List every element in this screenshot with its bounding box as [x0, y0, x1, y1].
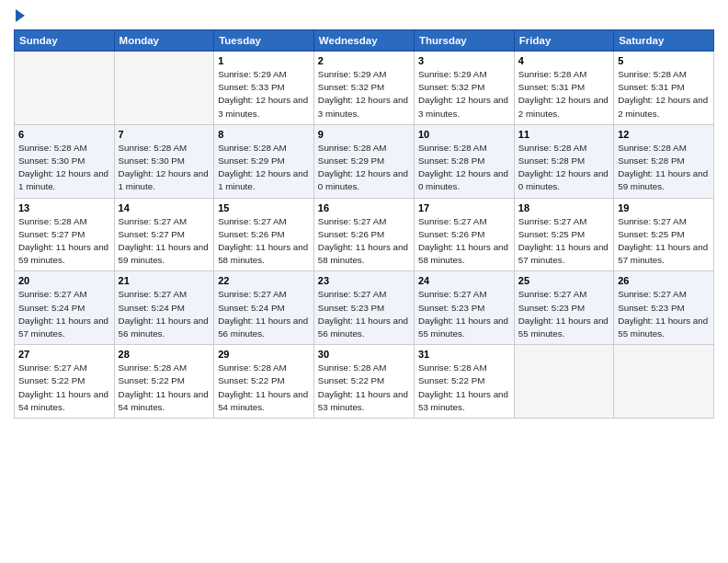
calendar-day-cell: 31Sunrise: 5:28 AMSunset: 5:22 PMDayligh… — [414, 345, 514, 419]
day-number: 20 — [18, 275, 110, 286]
calendar-header-tuesday: Tuesday — [214, 30, 314, 52]
calendar-day-cell: 8Sunrise: 5:28 AMSunset: 5:29 PMDaylight… — [214, 124, 314, 198]
day-info: Sunrise: 5:27 AMSunset: 5:25 PMDaylight:… — [518, 215, 609, 268]
calendar-day-cell: 10Sunrise: 5:28 AMSunset: 5:28 PMDayligh… — [414, 124, 514, 198]
day-info: Sunrise: 5:28 AMSunset: 5:22 PMDaylight:… — [218, 362, 310, 414]
calendar-week-row: 27Sunrise: 5:27 AMSunset: 5:22 PMDayligh… — [15, 345, 714, 419]
calendar-day-cell: 22Sunrise: 5:27 AMSunset: 5:24 PMDayligh… — [214, 271, 314, 345]
calendar-header-saturday: Saturday — [614, 30, 714, 52]
calendar-day-cell: 20Sunrise: 5:27 AMSunset: 5:24 PMDayligh… — [15, 271, 115, 345]
calendar-week-row: 20Sunrise: 5:27 AMSunset: 5:24 PMDayligh… — [15, 271, 714, 345]
day-info: Sunrise: 5:27 AMSunset: 5:23 PMDaylight:… — [618, 288, 710, 340]
day-info: Sunrise: 5:28 AMSunset: 5:28 PMDaylight:… — [518, 142, 609, 194]
day-number: 5 — [618, 55, 710, 66]
calendar-header-row: SundayMondayTuesdayWednesdayThursdayFrid… — [15, 30, 714, 52]
day-number: 21 — [119, 275, 210, 286]
calendar-day-cell: 25Sunrise: 5:27 AMSunset: 5:23 PMDayligh… — [514, 271, 613, 345]
calendar-day-cell: 15Sunrise: 5:27 AMSunset: 5:26 PMDayligh… — [214, 198, 314, 271]
day-info: Sunrise: 5:27 AMSunset: 5:26 PMDaylight:… — [418, 215, 510, 268]
day-number: 29 — [218, 349, 310, 360]
day-number: 26 — [618, 275, 710, 286]
day-number: 8 — [218, 129, 310, 140]
calendar-header-thursday: Thursday — [414, 30, 514, 52]
day-info: Sunrise: 5:27 AMSunset: 5:23 PMDaylight:… — [318, 288, 410, 340]
day-number: 25 — [518, 275, 609, 286]
calendar-day-cell: 26Sunrise: 5:27 AMSunset: 5:23 PMDayligh… — [614, 271, 714, 345]
calendar-day-cell — [15, 52, 115, 125]
day-number: 19 — [618, 202, 710, 213]
day-number: 11 — [518, 129, 609, 140]
calendar-day-cell: 13Sunrise: 5:28 AMSunset: 5:27 PMDayligh… — [15, 198, 115, 271]
calendar-day-cell: 12Sunrise: 5:28 AMSunset: 5:28 PMDayligh… — [614, 124, 714, 198]
calendar-day-cell: 4Sunrise: 5:28 AMSunset: 5:31 PMDaylight… — [514, 52, 613, 125]
day-info: Sunrise: 5:27 AMSunset: 5:23 PMDaylight:… — [518, 288, 609, 340]
day-info: Sunrise: 5:27 AMSunset: 5:23 PMDaylight:… — [418, 288, 510, 340]
calendar-day-cell: 9Sunrise: 5:28 AMSunset: 5:29 PMDaylight… — [313, 124, 414, 198]
day-info: Sunrise: 5:28 AMSunset: 5:22 PMDaylight:… — [318, 362, 410, 414]
day-number: 1 — [218, 55, 310, 66]
calendar-day-cell: 21Sunrise: 5:27 AMSunset: 5:24 PMDayligh… — [114, 271, 214, 345]
day-number: 6 — [18, 129, 110, 140]
day-number: 7 — [119, 129, 210, 140]
calendar-day-cell: 1Sunrise: 5:29 AMSunset: 5:33 PMDaylight… — [214, 52, 314, 125]
calendar-day-cell: 11Sunrise: 5:28 AMSunset: 5:28 PMDayligh… — [514, 124, 613, 198]
day-number: 3 — [418, 55, 510, 66]
calendar-day-cell: 17Sunrise: 5:27 AMSunset: 5:26 PMDayligh… — [414, 198, 514, 271]
calendar-day-cell: 29Sunrise: 5:28 AMSunset: 5:22 PMDayligh… — [214, 345, 314, 419]
day-info: Sunrise: 5:29 AMSunset: 5:32 PMDaylight:… — [318, 68, 410, 121]
day-number: 18 — [518, 202, 609, 213]
day-info: Sunrise: 5:27 AMSunset: 5:26 PMDaylight:… — [318, 215, 410, 268]
day-number: 13 — [18, 202, 110, 213]
day-number: 16 — [318, 202, 410, 213]
day-info: Sunrise: 5:28 AMSunset: 5:30 PMDaylight:… — [119, 142, 210, 194]
day-info: Sunrise: 5:27 AMSunset: 5:27 PMDaylight:… — [119, 215, 210, 268]
day-number: 17 — [418, 202, 510, 213]
calendar-day-cell — [114, 52, 214, 125]
calendar-header-sunday: Sunday — [15, 30, 115, 52]
day-info: Sunrise: 5:27 AMSunset: 5:24 PMDaylight:… — [218, 288, 310, 340]
day-info: Sunrise: 5:28 AMSunset: 5:28 PMDaylight:… — [618, 142, 710, 194]
calendar-day-cell: 16Sunrise: 5:27 AMSunset: 5:26 PMDayligh… — [313, 198, 414, 271]
day-info: Sunrise: 5:28 AMSunset: 5:31 PMDaylight:… — [618, 68, 710, 121]
calendar-day-cell: 2Sunrise: 5:29 AMSunset: 5:32 PMDaylight… — [313, 52, 414, 125]
day-number: 2 — [318, 55, 410, 66]
day-info: Sunrise: 5:28 AMSunset: 5:31 PMDaylight:… — [518, 68, 609, 121]
calendar-week-row: 6Sunrise: 5:28 AMSunset: 5:30 PMDaylight… — [15, 124, 714, 198]
calendar-day-cell: 27Sunrise: 5:27 AMSunset: 5:22 PMDayligh… — [15, 345, 115, 419]
logo — [14, 9, 25, 22]
calendar-day-cell: 28Sunrise: 5:28 AMSunset: 5:22 PMDayligh… — [114, 345, 214, 419]
day-info: Sunrise: 5:27 AMSunset: 5:24 PMDaylight:… — [18, 288, 110, 340]
day-number: 10 — [418, 129, 510, 140]
calendar-day-cell: 7Sunrise: 5:28 AMSunset: 5:30 PMDaylight… — [114, 124, 214, 198]
day-info: Sunrise: 5:28 AMSunset: 5:28 PMDaylight:… — [418, 142, 510, 194]
day-number: 23 — [318, 275, 410, 286]
day-number: 28 — [119, 349, 210, 360]
day-info: Sunrise: 5:29 AMSunset: 5:32 PMDaylight:… — [418, 68, 510, 121]
calendar-day-cell: 30Sunrise: 5:28 AMSunset: 5:22 PMDayligh… — [313, 345, 414, 419]
calendar-day-cell — [514, 345, 613, 419]
day-info: Sunrise: 5:28 AMSunset: 5:27 PMDaylight:… — [18, 215, 110, 268]
calendar-header-monday: Monday — [114, 30, 214, 52]
day-number: 31 — [418, 349, 510, 360]
calendar-day-cell: 23Sunrise: 5:27 AMSunset: 5:23 PMDayligh… — [313, 271, 414, 345]
day-number: 4 — [518, 55, 609, 66]
calendar-header-wednesday: Wednesday — [313, 30, 414, 52]
calendar-day-cell: 6Sunrise: 5:28 AMSunset: 5:30 PMDaylight… — [15, 124, 115, 198]
day-number: 24 — [418, 275, 510, 286]
calendar-day-cell: 14Sunrise: 5:27 AMSunset: 5:27 PMDayligh… — [114, 198, 214, 271]
calendar-day-cell: 5Sunrise: 5:28 AMSunset: 5:31 PMDaylight… — [614, 52, 714, 125]
calendar-week-row: 13Sunrise: 5:28 AMSunset: 5:27 PMDayligh… — [15, 198, 714, 271]
day-info: Sunrise: 5:28 AMSunset: 5:22 PMDaylight:… — [418, 362, 510, 414]
calendar-day-cell — [614, 345, 714, 419]
day-number: 15 — [218, 202, 310, 213]
day-info: Sunrise: 5:28 AMSunset: 5:22 PMDaylight:… — [119, 362, 210, 414]
calendar-header-friday: Friday — [514, 30, 613, 52]
day-info: Sunrise: 5:28 AMSunset: 5:30 PMDaylight:… — [18, 142, 110, 194]
calendar-day-cell: 3Sunrise: 5:29 AMSunset: 5:32 PMDaylight… — [414, 52, 514, 125]
day-info: Sunrise: 5:27 AMSunset: 5:25 PMDaylight:… — [618, 215, 710, 268]
calendar-day-cell: 24Sunrise: 5:27 AMSunset: 5:23 PMDayligh… — [414, 271, 514, 345]
page-header — [14, 9, 714, 22]
day-number: 30 — [318, 349, 410, 360]
logo-arrow-icon — [16, 9, 25, 22]
day-info: Sunrise: 5:28 AMSunset: 5:29 PMDaylight:… — [318, 142, 410, 194]
